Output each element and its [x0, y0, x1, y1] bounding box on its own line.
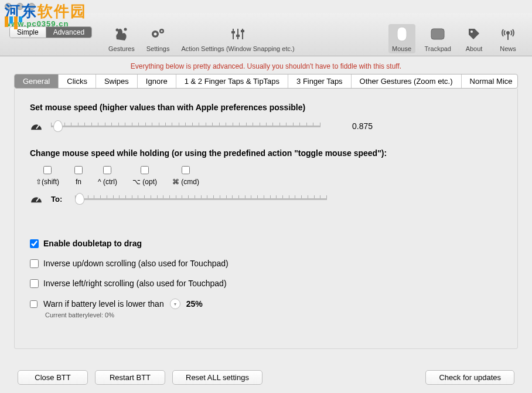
close-window-icon[interactable]: [5, 3, 12, 10]
mod-fn-checkbox[interactable]: [74, 166, 83, 174]
speed-slider-thumb[interactable]: [53, 120, 63, 132]
simple-mode-button[interactable]: Simple: [10, 27, 46, 38]
sliders-icon: [227, 25, 249, 43]
tab-general[interactable]: General: [15, 74, 59, 88]
zoom-window-icon[interactable]: [28, 3, 35, 10]
tabs: General Clicks Swipes Ignore 1 & 2 Finge…: [14, 74, 518, 89]
close-btt-button[interactable]: Close BTT: [18, 370, 88, 385]
doubletap-label: Enable doubletap to drag: [43, 239, 142, 248]
inverse-ud-checkbox[interactable]: [30, 259, 39, 268]
to-slider-row: To:: [30, 193, 502, 205]
content-panel: Set mouse speed (higher values than with…: [14, 89, 518, 349]
warning-text: Everything below is pretty advanced. Usu…: [0, 56, 532, 74]
speed-section-title: Set mouse speed (higher values than with…: [30, 103, 502, 112]
broadcast-icon: [497, 25, 519, 43]
footer: Close BTT Restart BTT Reset ALL settings…: [0, 370, 532, 385]
speedometer-icon: [30, 121, 43, 131]
view-mode-segmented: Simple Advanced: [9, 26, 92, 38]
battery-row: Warn if battery level is lower than ▾ 25…: [30, 299, 502, 309]
toolbar-mouse[interactable]: Mouse: [388, 24, 415, 53]
inverse-lr-checkbox[interactable]: [30, 279, 39, 288]
svg-point-14: [470, 31, 473, 33]
toolbar-action-settings[interactable]: Action Settings (Window Snapping etc.): [179, 24, 296, 53]
minimize-window-icon[interactable]: [16, 3, 23, 10]
current-battery-level: Current batterylevel: 0%: [45, 311, 502, 319]
mod-cmd-label: ⌘ (cmd): [172, 178, 199, 186]
battery-percent: 25%: [186, 299, 203, 309]
mod-ctrl-label: ^ (ctrl): [98, 178, 117, 186]
restart-btt-button[interactable]: Restart BTT: [95, 370, 165, 385]
mod-shift-label: ⇧(shift): [36, 178, 59, 186]
svg-point-0: [116, 29, 119, 32]
speed-value: 0.875: [352, 121, 373, 131]
tag-icon: [463, 25, 485, 43]
svg-rect-12: [397, 27, 407, 41]
to-slider-thumb[interactable]: [75, 193, 84, 205]
tab-swipes[interactable]: Swipes: [96, 74, 138, 88]
to-slider[interactable]: [75, 193, 327, 205]
inverse-ud-row: Inverse up/down scrolling (also used for…: [30, 259, 502, 268]
toolbar-news[interactable]: News: [495, 24, 521, 53]
mod-fn-label: fn: [76, 178, 81, 186]
svg-point-1: [124, 28, 127, 31]
toolbar-action-settings-label: Action Settings (Window Snapping etc.): [181, 45, 294, 52]
speedometer-icon: [30, 194, 43, 204]
battery-stepper[interactable]: ▾: [170, 299, 180, 309]
toolbar-trackpad-label: Trackpad: [425, 45, 451, 52]
svg-rect-11: [241, 30, 244, 32]
gestures-icon: [110, 25, 132, 43]
toolbar-about-label: About: [466, 45, 483, 52]
to-label: To:: [51, 195, 62, 204]
tab-other-gestures[interactable]: Other Gestures (Zoom etc.): [352, 74, 462, 88]
mouse-icon: [391, 25, 413, 43]
tab-finger-1-2[interactable]: 1 & 2 Finger Taps & TipTaps: [176, 74, 288, 88]
toolbar: Simple Advanced Gestures Settings Action…: [0, 13, 532, 56]
battery-warn-checkbox[interactable]: [30, 300, 37, 308]
mod-opt-label: ⌥ (opt): [132, 178, 157, 186]
svg-point-15: [507, 32, 509, 34]
mod-shift-checkbox[interactable]: [43, 166, 52, 174]
svg-rect-9: [231, 31, 235, 33]
tab-ignore[interactable]: Ignore: [138, 74, 176, 88]
toolbar-settings[interactable]: Settings: [144, 24, 172, 53]
svg-rect-13: [431, 29, 444, 39]
toolbar-gestures[interactable]: Gestures: [106, 24, 137, 53]
doubletap-checkbox[interactable]: [30, 239, 39, 248]
svg-point-5: [161, 31, 162, 32]
inverse-lr-row: Inverse left/right scrolling (also used …: [30, 279, 502, 288]
titlebar: [0, 0, 532, 13]
modifier-keys: ⇧(shift) fn ^ (ctrl) ⌥ (opt) ⌘ (cmd): [36, 166, 502, 186]
toolbar-gestures-label: Gestures: [108, 45, 135, 52]
mod-cmd-checkbox[interactable]: [182, 166, 190, 174]
stepper-icon[interactable]: ▾: [170, 299, 180, 309]
settings-icon: [147, 25, 169, 43]
reset-all-button[interactable]: Reset ALL settings: [172, 370, 262, 385]
trackpad-icon: [427, 25, 449, 43]
inverse-lr-label: Inverse left/right scrolling (also used …: [43, 279, 227, 288]
toolbar-settings-label: Settings: [146, 45, 170, 52]
toolbar-mouse-label: Mouse: [392, 45, 411, 52]
speed-slider[interactable]: [51, 120, 320, 132]
toolbar-about[interactable]: About: [461, 24, 487, 53]
svg-rect-10: [236, 35, 240, 37]
speed-slider-row: 0.875: [30, 120, 502, 132]
toolbar-news-label: News: [500, 45, 516, 52]
advanced-mode-button[interactable]: Advanced: [46, 27, 91, 38]
check-updates-button[interactable]: Check for updates: [425, 370, 514, 385]
mod-opt-checkbox[interactable]: [141, 166, 149, 174]
svg-point-3: [154, 33, 156, 36]
tab-clicks[interactable]: Clicks: [59, 74, 96, 88]
doubletap-row: Enable doubletap to drag: [30, 239, 502, 248]
toolbar-trackpad[interactable]: Trackpad: [422, 24, 453, 53]
inverse-ud-label: Inverse up/down scrolling (also used for…: [43, 259, 229, 268]
mod-ctrl-checkbox[interactable]: [103, 166, 111, 174]
change-speed-title: Change mouse speed while holding (or usi…: [30, 148, 502, 158]
battery-warn-label: Warn if battery level is lower than: [43, 299, 164, 309]
tab-normal-mice[interactable]: Normal Mice: [462, 74, 518, 88]
tab-finger-3[interactable]: 3 Finger Taps: [288, 74, 352, 88]
